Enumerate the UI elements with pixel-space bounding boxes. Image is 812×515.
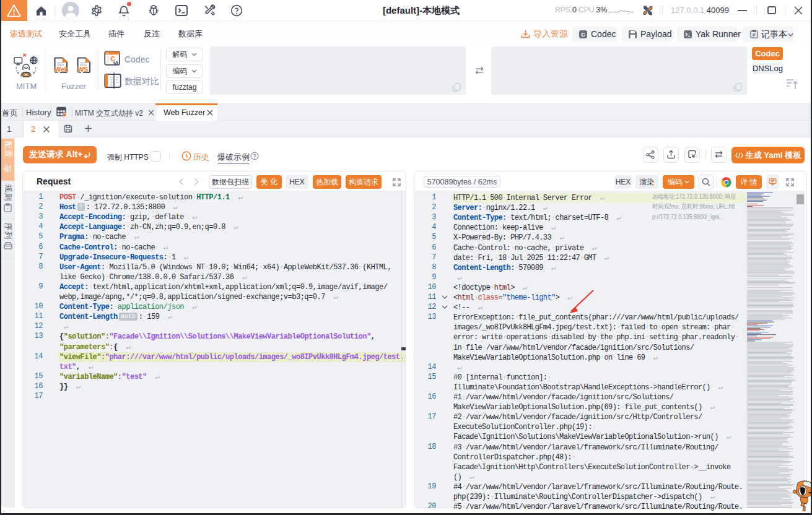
svg-text:C: C xyxy=(581,32,585,38)
svg-text:C: C xyxy=(110,56,115,63)
